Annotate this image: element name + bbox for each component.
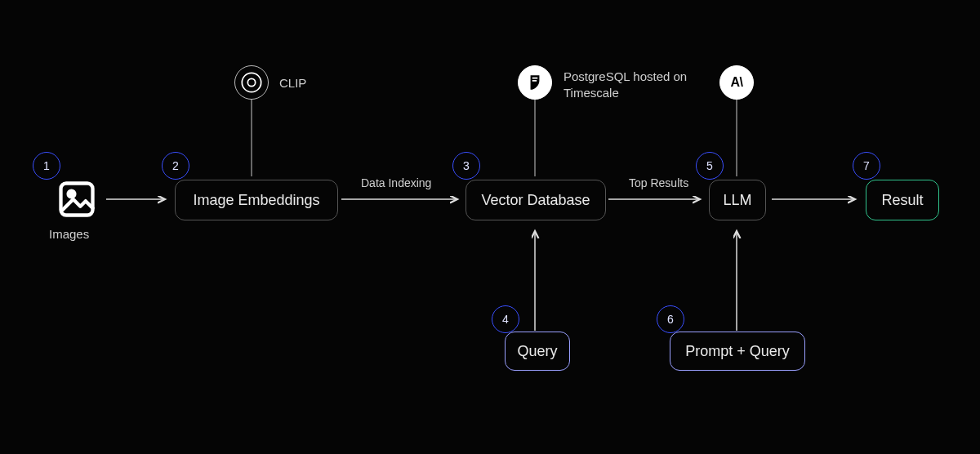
node-prompt-query: Prompt + Query [670,332,805,371]
vertical-line-timescale [534,98,536,176]
arrow-query-to-vectordb [529,225,541,331]
timescale-label: PostgreSQL hosted on Timescale [564,69,694,100]
clip-label: CLIP [279,76,306,90]
images-caption: Images [49,227,89,241]
timescale-icon [518,65,552,100]
badge-6: 6 [657,305,684,333]
svg-point-10 [69,191,75,198]
node-image-embeddings: Image Embeddings [175,180,338,220]
badge-4: 4 [492,305,519,333]
arrow-images-to-embeddings [106,194,172,204]
anthropic-icon: A\ [719,65,754,100]
badge-3: 3 [452,152,480,180]
vertical-line-anthropic [736,98,737,176]
edge-label-indexing: Data Indexing [361,176,431,189]
svg-point-11 [247,78,255,86]
node-llm: LLM [709,180,766,220]
svg-rect-9 [61,184,93,216]
vertical-line-clip [251,98,252,176]
node-result: Result [866,180,939,220]
diagram-canvas: 1 Images Image Embeddings 2 CLIP Data In… [0,0,980,454]
node-vector-database: Vector Database [466,180,606,220]
edge-label-top-results: Top Results [629,176,688,189]
node-query: Query [505,332,570,371]
arrow-embeddings-to-vectordb [341,194,464,204]
clip-icon [234,65,269,100]
anthropic-glyph: A\ [731,75,743,90]
arrow-llm-to-result [772,194,862,204]
badge-2: 2 [162,152,189,180]
badge-5: 5 [696,152,724,180]
badge-1: 1 [33,152,60,180]
images-icon [56,178,98,220]
arrow-prompt-to-llm [731,225,742,331]
arrow-vectordb-to-llm [608,194,706,204]
badge-7: 7 [853,152,880,180]
